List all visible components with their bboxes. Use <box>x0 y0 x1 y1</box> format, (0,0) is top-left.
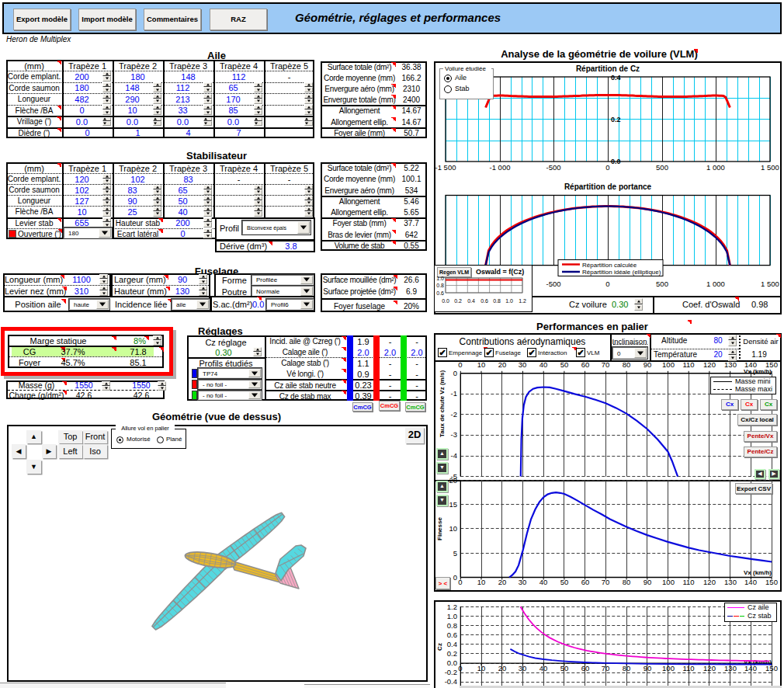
svg-text:0.2: 0.2 <box>454 298 462 304</box>
svg-text:Vx (km/h): Vx (km/h) <box>744 569 772 576</box>
svg-text:Vx (km/h): Vx (km/h) <box>744 368 772 375</box>
svg-text:-500: -500 <box>546 280 560 288</box>
svg-text:-0.4: -0.4 <box>445 677 457 686</box>
svg-text:1 000: 1 000 <box>706 163 725 172</box>
svg-text:0.4: 0.4 <box>467 298 475 304</box>
svg-text:1 500: 1 500 <box>761 163 779 172</box>
svg-text:0.8: 0.8 <box>436 283 444 288</box>
svg-text:0.6: 0.6 <box>436 290 444 296</box>
svg-text:15: 15 <box>449 500 457 509</box>
svg-text:1.0: 1.0 <box>505 298 513 304</box>
svg-text:1.0: 1.0 <box>447 612 457 620</box>
svg-text:1.2: 1.2 <box>519 298 526 304</box>
svg-text:-0.2: -0.2 <box>445 668 457 676</box>
svg-text:0.8: 0.8 <box>493 298 501 304</box>
svg-text:1.0: 1.0 <box>436 276 444 281</box>
svg-text:100: 100 <box>662 360 675 369</box>
svg-text:1 500: 1 500 <box>761 280 779 288</box>
svg-text:60: 60 <box>581 360 590 369</box>
svg-text:-3: -3 <box>451 430 457 439</box>
svg-text:Répartition de portance: Répartition de portance <box>564 182 652 191</box>
svg-text:50: 50 <box>560 360 569 369</box>
svg-text:-1 500: -1 500 <box>435 163 456 172</box>
svg-text:-1 000: -1 000 <box>490 163 511 172</box>
svg-text:40: 40 <box>539 360 548 369</box>
svg-text:0: 0 <box>453 369 457 377</box>
svg-text:110: 110 <box>682 360 694 369</box>
svg-text:0.8: 0.8 <box>447 621 457 630</box>
svg-text:500: 500 <box>656 280 668 288</box>
svg-text:70: 70 <box>602 360 610 369</box>
svg-text:500: 500 <box>656 163 668 172</box>
svg-text:0.2: 0.2 <box>447 649 457 658</box>
svg-text:0: 0 <box>605 280 609 288</box>
svg-text:Répartition de Cz: Répartition de Cz <box>576 64 640 73</box>
svg-text:-500: -500 <box>546 163 560 172</box>
svg-text:0: 0 <box>453 573 457 582</box>
svg-text:Taux de chute Vz (m/s): Taux de chute Vz (m/s) <box>439 370 446 437</box>
svg-text:0.4: 0.4 <box>611 74 621 82</box>
svg-text:0.0: 0.0 <box>611 158 621 165</box>
svg-text:0.4: 0.4 <box>447 640 457 648</box>
svg-text:30: 30 <box>519 360 527 369</box>
svg-text:20: 20 <box>449 477 457 485</box>
svg-text:Cz: Cz <box>436 643 443 651</box>
svg-text:0: 0 <box>458 360 462 369</box>
svg-text:130: 130 <box>724 360 737 369</box>
svg-text:120: 120 <box>703 360 716 369</box>
svg-text:80: 80 <box>623 360 631 369</box>
svg-text:Répartition calculée: Répartition calculée <box>582 262 637 269</box>
svg-text:-2: -2 <box>451 410 457 419</box>
svg-text:1 000: 1 000 <box>706 280 725 288</box>
svg-text:0.0: 0.0 <box>442 298 449 304</box>
svg-text:10: 10 <box>477 360 486 369</box>
svg-text:0.6: 0.6 <box>447 631 457 639</box>
svg-text:Finesse: Finesse <box>436 517 443 540</box>
svg-text:-4: -4 <box>451 451 457 460</box>
svg-text:0: 0 <box>605 163 609 172</box>
svg-text:0.6: 0.6 <box>480 298 488 304</box>
svg-text:0.2: 0.2 <box>611 116 621 123</box>
svg-text:20: 20 <box>498 360 507 369</box>
svg-text:90: 90 <box>644 360 652 369</box>
svg-text:-1: -1 <box>451 389 457 398</box>
svg-text:10: 10 <box>449 524 457 533</box>
svg-text:1.2: 1.2 <box>447 603 457 611</box>
svg-text:0.0: 0.0 <box>447 658 457 667</box>
svg-text:Répartition idéale (elliptique: Répartition idéale (elliptique) <box>582 269 661 276</box>
svg-text:5: 5 <box>453 549 457 558</box>
